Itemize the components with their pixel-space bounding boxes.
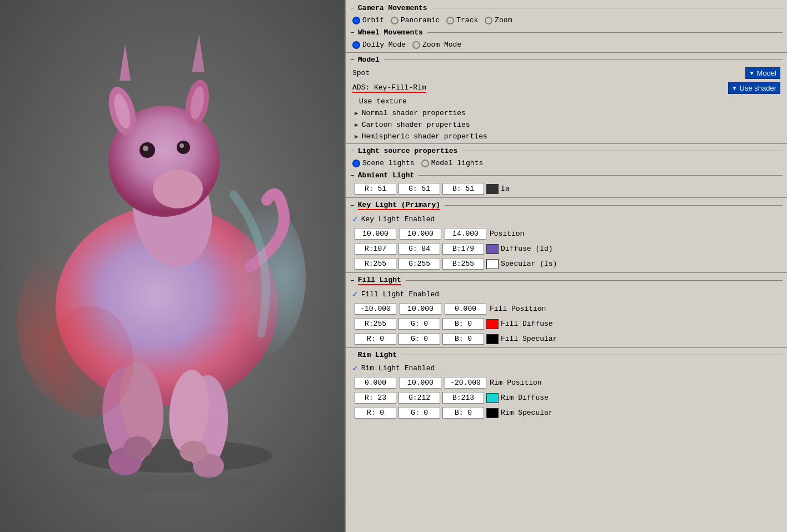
fill-specular-swatch[interactable]: [486, 334, 499, 344]
fill-spec-r-field[interactable]: R: 0: [355, 333, 396, 345]
key-light-enabled-row: ✓ Key Light Enabled: [346, 212, 787, 226]
dolly-radio-indicator: [352, 41, 360, 49]
dolly-radio[interactable]: Dolly Mode: [352, 41, 406, 49]
rim-specular-swatch[interactable]: [486, 408, 499, 418]
key-pos-y-field[interactable]: 10.000: [400, 228, 441, 240]
ambient-light-section: Abmient Light: [346, 170, 787, 181]
rim-specular-label: Rim Specular: [501, 409, 553, 417]
key-spec-g-field[interactable]: G:255: [399, 258, 440, 270]
fill-diff-r-field[interactable]: R:255: [355, 318, 396, 330]
fill-light-section: Fill Light: [346, 274, 787, 287]
normal-shader-row[interactable]: ▶ Normal shader properties: [346, 107, 787, 119]
rim-diffuse-row: R: 23 G:212 B:213 Rim Diffuse: [346, 390, 787, 405]
ambient-r-field[interactable]: R: 51: [355, 183, 396, 195]
zoom-mode-radio[interactable]: Zoom Mode: [412, 41, 461, 49]
rim-diff-b-field[interactable]: B:213: [442, 392, 484, 404]
scene-lights-indicator: [352, 160, 360, 167]
hemispheric-shader-row[interactable]: ▶ Hemispheric shader properties: [346, 131, 787, 142]
key-specular-label: Specular (Is): [501, 260, 557, 268]
orbit-radio[interactable]: Orbit: [352, 16, 384, 24]
key-diffuse-swatch[interactable]: [486, 244, 499, 254]
rim-diff-g-field[interactable]: G:212: [399, 392, 440, 404]
model-dropdown[interactable]: ▼ Model: [745, 67, 780, 79]
model-lights-radio[interactable]: Model lights: [421, 159, 484, 167]
fill-pos-z-field[interactable]: 0.000: [445, 303, 486, 315]
track-radio[interactable]: Track: [446, 16, 478, 24]
svg-point-24: [177, 141, 190, 154]
rim-light-label: Rim Light: [358, 351, 397, 359]
ambient-color-swatch[interactable]: [486, 184, 499, 194]
use-shader-dropdown[interactable]: ▼ Use shader: [728, 82, 780, 94]
fill-diffuse-row: R:255 G: 0 B: 0 Fill Diffuse: [346, 316, 787, 331]
use-texture-row: Use texture: [346, 96, 787, 107]
zoom-radio-indicator: [485, 17, 492, 24]
fill-position-row: -10.000 10.000 0.000 Fill Position: [346, 301, 787, 316]
fill-pos-y-field[interactable]: 10.000: [400, 303, 441, 315]
key-pos-z-field[interactable]: 14.000: [445, 228, 486, 240]
svg-point-27: [78, 475, 256, 492]
key-diffuse-label: Diffuse (Id): [501, 245, 553, 253]
wheel-movements-section: Wheel Movements: [346, 27, 787, 38]
fill-pos-x-field[interactable]: -10.000: [355, 303, 396, 315]
rim-spec-b-field[interactable]: B: 0: [442, 407, 484, 419]
fill-spec-g-field[interactable]: G: 0: [399, 333, 440, 345]
rim-pos-z-field[interactable]: -20.000: [445, 377, 486, 389]
rim-spec-g-field[interactable]: G: 0: [399, 407, 440, 419]
svg-point-1: [72, 439, 272, 473]
model-lights-label: Model lights: [431, 159, 484, 167]
zoom-radio[interactable]: Zoom: [485, 16, 512, 24]
ambient-ia-label: Ia: [501, 185, 510, 193]
key-pos-x-field[interactable]: 10.000: [355, 228, 396, 240]
key-diff-r-field[interactable]: R:107: [355, 243, 396, 255]
cartoon-shader-label: Cartoon shader properties: [362, 121, 470, 129]
zoom-label: Zoom: [495, 16, 512, 24]
rim-light-enabled-label: Rim Light Enabled: [361, 364, 435, 372]
model-dropdown-triangle: ▼: [749, 70, 755, 76]
fill-diff-b-field[interactable]: B: 0: [442, 318, 484, 330]
rim-diff-r-field[interactable]: R: 23: [355, 392, 396, 404]
key-light-label: Key Light (Primary): [358, 201, 440, 210]
key-diffuse-row: R:107 G: 84 B:179 Diffuse (Id): [346, 241, 787, 256]
fill-spec-b-field[interactable]: B: 0: [442, 333, 484, 345]
panoramic-radio[interactable]: Panoramic: [391, 16, 440, 24]
svg-point-12: [180, 441, 207, 462]
scene-lights-radio[interactable]: Scene lights: [352, 159, 415, 167]
key-spec-r-field[interactable]: R:255: [355, 258, 396, 270]
orbit-label: Orbit: [362, 16, 384, 24]
fill-diffuse-swatch[interactable]: [486, 319, 499, 329]
use-shader-label: Use shader: [740, 84, 776, 92]
rim-position-label: Rim Position: [490, 379, 542, 387]
fill-position-label: Fill Position: [490, 305, 546, 313]
rim-diffuse-swatch[interactable]: [486, 393, 499, 403]
ambient-g-field[interactable]: G: 51: [399, 183, 440, 195]
fill-light-enabled-label: Fill Light Enabled: [361, 290, 439, 299]
key-light-enabled-label: Key Light Enabled: [361, 215, 435, 223]
viewport[interactable]: [0, 0, 345, 532]
svg-point-26: [44, 306, 133, 417]
cartoon-shader-triangle: ▶: [355, 121, 358, 128]
model-section: Model: [346, 54, 787, 66]
normal-shader-triangle: ▶: [355, 110, 358, 117]
orbit-radio-indicator: [352, 17, 360, 24]
fill-diff-g-field[interactable]: G: 0: [399, 318, 440, 330]
key-specular-swatch[interactable]: [486, 259, 499, 269]
key-spec-b-field[interactable]: B:255: [442, 258, 484, 270]
rim-spec-r-field[interactable]: R: 0: [355, 407, 396, 419]
rim-light-section: Rim Light: [346, 349, 787, 361]
cartoon-shader-row[interactable]: ▶ Cartoon shader properties: [346, 119, 787, 131]
key-specular-row: R:255 G:255 B:255 Specular (Is): [346, 256, 787, 271]
key-diff-g-field[interactable]: G: 84: [399, 243, 440, 255]
ambient-b-field[interactable]: B: 51: [442, 183, 484, 195]
ambient-values-row: R: 51 G: 51 B: 51 Ia: [346, 181, 787, 196]
rim-pos-x-field[interactable]: 0.000: [355, 377, 396, 389]
controls-panel: Camera Movements Orbit Panoramic Track Z…: [345, 0, 787, 532]
fill-specular-label: Fill Specular: [501, 335, 557, 343]
fill-specular-row: R: 0 G: 0 B: 0 Fill Specular: [346, 331, 787, 346]
rim-pos-y-field[interactable]: 10.000: [400, 377, 441, 389]
rim-light-enabled-row: ✓ Rim Light Enabled: [346, 361, 787, 375]
fill-light-checkmark: ✓: [352, 289, 358, 300]
hemispheric-shader-label: Hemispheric shader properties: [362, 132, 487, 141]
rim-light-checkmark: ✓: [352, 362, 358, 374]
key-diff-b-field[interactable]: B:179: [442, 243, 484, 255]
hemispheric-shader-triangle: ▶: [355, 133, 358, 140]
